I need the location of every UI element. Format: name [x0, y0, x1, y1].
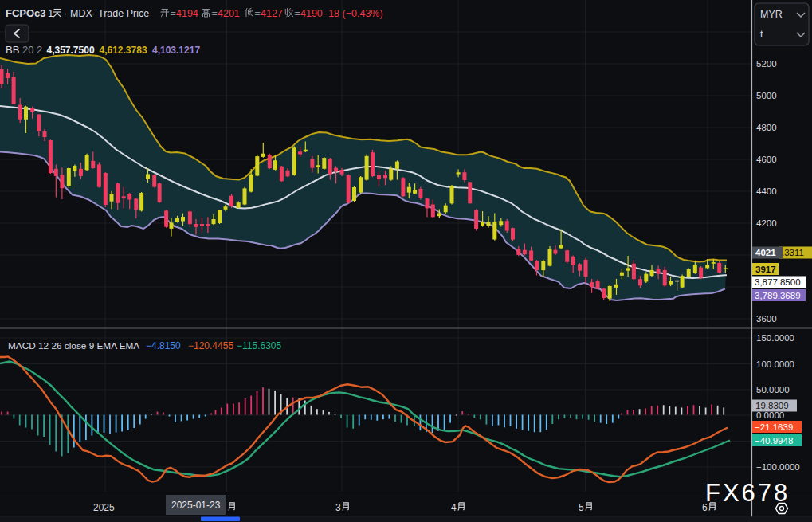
svg-text:3,877.8500: 3,877.8500 — [755, 277, 801, 287]
svg-text:−100.0000: −100.0000 — [756, 462, 800, 472]
svg-text:MYR: MYR — [760, 9, 783, 20]
svg-text:19.8309: 19.8309 — [755, 401, 789, 410]
svg-text:4,103.1217: 4,103.1217 — [152, 45, 200, 56]
svg-text:=: = — [212, 8, 218, 19]
svg-text:FCPOc3: FCPOc3 — [6, 7, 46, 19]
svg-text:=: = — [255, 8, 261, 19]
svg-text:2025-01-23: 2025-01-23 — [171, 500, 221, 511]
svg-text:·: · — [41, 7, 45, 19]
svg-text:5000: 5000 — [756, 91, 777, 100]
svg-text:FX678: FX678 — [705, 479, 790, 507]
svg-text:4194: 4194 — [176, 8, 198, 19]
svg-text:−21.1639: −21.1639 — [755, 422, 793, 432]
svg-text:Trade Price: Trade Price — [98, 8, 149, 19]
svg-text:4,612.3783: 4,612.3783 — [100, 45, 147, 56]
svg-text:4201: 4201 — [218, 8, 240, 19]
svg-text:-18 (−0.43%): -18 (−0.43%) — [325, 8, 383, 19]
svg-text:3,789.3689: 3,789.3689 — [755, 291, 801, 300]
svg-text:4800: 4800 — [756, 123, 777, 132]
svg-text:100.0000: 100.0000 — [756, 359, 794, 369]
svg-text:4600: 4600 — [756, 155, 777, 164]
svg-text:−115.6305: −115.6305 — [237, 340, 281, 351]
svg-text:50.0000: 50.0000 — [756, 385, 790, 394]
svg-text:4021: 4021 — [755, 248, 776, 257]
svg-text:1: 1 — [48, 7, 53, 19]
svg-text:2025: 2025 — [93, 502, 115, 513]
svg-text:3: 3 — [335, 502, 341, 513]
svg-text:−40.9948: −40.9948 — [755, 436, 793, 445]
svg-text:4,357.7500: 4,357.7500 — [47, 45, 95, 56]
svg-text:MDX: MDX — [70, 8, 92, 19]
svg-text:4400: 4400 — [756, 186, 777, 196]
svg-text:5200: 5200 — [756, 59, 777, 69]
svg-text:5: 5 — [579, 502, 584, 513]
svg-text:−4.8150: −4.8150 — [146, 340, 181, 351]
svg-text:·: · — [64, 7, 67, 19]
svg-text:3600: 3600 — [756, 314, 777, 324]
svg-text:0.0000: 0.0000 — [756, 410, 784, 420]
svg-text:4: 4 — [451, 502, 457, 513]
svg-text:·: · — [92, 7, 95, 19]
svg-text:=: = — [295, 8, 300, 19]
svg-text:MACD 12 26 close 9 EMA EMA: MACD 12 26 close 9 EMA EMA — [8, 340, 139, 351]
svg-text:4200: 4200 — [756, 218, 777, 228]
svg-text:150.0000: 150.0000 — [756, 333, 794, 343]
svg-text:t: t — [760, 29, 763, 40]
svg-text:−120.4455: −120.4455 — [188, 340, 233, 351]
svg-text:BB 20 2: BB 20 2 — [6, 44, 42, 56]
svg-text:=: = — [171, 8, 176, 19]
svg-text:.3311: .3311 — [782, 248, 804, 257]
svg-text:3917: 3917 — [755, 265, 776, 274]
svg-text:4127: 4127 — [261, 8, 283, 19]
svg-text:4190: 4190 — [300, 8, 323, 19]
